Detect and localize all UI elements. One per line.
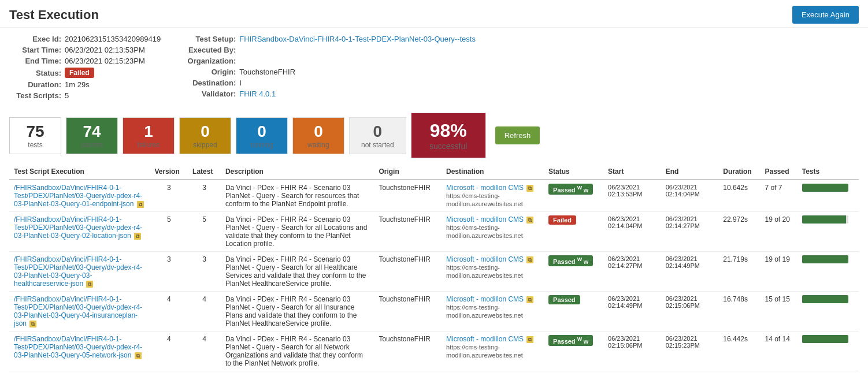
cell-origin: TouchstoneFHIR (374, 332, 442, 371)
test-scripts-label: Test Scripts: (9, 91, 61, 100)
table-body: /FHIRSandbox/DaVinci/FHIR4-0-1-Test/PDEX… (9, 180, 859, 371)
running-label: running (250, 141, 273, 149)
cell-passed: 19 of 20 (761, 212, 797, 252)
status-badge: Passed (548, 295, 580, 304)
origin-value: TouchstoneFHIR (239, 68, 295, 76)
script-link[interactable]: /FHIRSandbox/DaVinci/FHIR4-0-1-Test/PDEX… (14, 255, 142, 288)
script-link[interactable]: /FHIRSandbox/DaVinci/FHIR4-0-1-Test/PDEX… (14, 335, 142, 359)
destination-link[interactable]: Microsoft - modillon CMS (446, 255, 524, 263)
end-time-row: End Time: 06/23/2021 02:15:23PM (9, 57, 161, 65)
progress-fill (802, 335, 848, 343)
origin-row: Origin: TouchstoneFHIR (184, 68, 476, 76)
cell-version: 4 (150, 332, 188, 371)
table-row: /FHIRSandbox/DaVinci/FHIR4-0-1-Test/PDEX… (9, 292, 859, 332)
cell-duration: 21.719s (718, 252, 760, 292)
dest-copy-icon[interactable]: ⧉ (526, 185, 533, 192)
start-time-value: 06/23/2021 02:13:53PM (65, 46, 145, 54)
validator-label: Validator: (184, 90, 236, 98)
cell-latest: 3 (188, 252, 221, 292)
cell-start: 06/23/202102:13:53PM (603, 180, 661, 212)
running-number: 0 (257, 122, 266, 141)
col-header-tests: Tests (797, 164, 859, 180)
exec-id-row: Exec Id: 20210623151353420989419 (9, 35, 161, 43)
exec-id-label: Exec Id: (9, 35, 61, 43)
test-setup-link[interactable]: FHIRSandbox-DaVinci-FHIR4-0-1-Test-PDEX-… (239, 35, 476, 43)
cell-passed: 7 of 7 (761, 180, 797, 212)
destination-label: Destination: (184, 79, 236, 87)
end-time-value: 06/23/2021 02:15:23PM (65, 57, 145, 65)
cell-start: 06/23/202102:14:04PM (603, 212, 661, 252)
cell-latest: 4 (188, 332, 221, 371)
progress-fill (802, 295, 848, 303)
running-box: 0 running (236, 117, 288, 154)
exec-id-value: 20210623151353420989419 (65, 35, 161, 43)
cell-duration: 22.972s (718, 212, 760, 252)
status-label: Status: (9, 69, 61, 77)
cell-tests-progress (797, 180, 859, 212)
script-link[interactable]: /FHIRSandbox/DaVinci/FHIR4-0-1-Test/PDEX… (14, 184, 142, 208)
copy-icon[interactable]: ⧉ (135, 352, 142, 359)
destination-link[interactable]: Microsoft - modillon CMS (446, 335, 524, 343)
cell-latest: 3 (188, 180, 221, 212)
execute-again-button[interactable]: Execute Again (792, 6, 859, 24)
cell-status: Passed W (544, 332, 603, 371)
table-row: /FHIRSandbox/DaVinci/FHIR4-0-1-Test/PDEX… (9, 212, 859, 252)
table-header: Test Script Execution Version Latest Des… (9, 164, 859, 180)
col-header-status: Status (544, 164, 603, 180)
destination-link[interactable]: Microsoft - modillon CMS (446, 295, 524, 303)
status-row: Status: Failed (9, 68, 161, 78)
dest-copy-icon[interactable]: ⧉ (526, 217, 533, 224)
col-header-passed: Passed (761, 164, 797, 180)
cell-description: Da Vinci - PDex - FHIR R4 - Scenario 03 … (221, 180, 374, 212)
cell-status: Failed (544, 212, 603, 252)
dest-copy-icon[interactable]: ⧉ (526, 256, 533, 263)
cell-description: Da Vinci - PDex - FHIR R4 - Scenario 03 … (221, 252, 374, 292)
table-section: Test Script Execution Version Latest Des… (0, 164, 868, 371)
col-header-origin: Origin (374, 164, 442, 180)
copy-icon[interactable]: ⧉ (134, 233, 141, 240)
passes-box: 74 passes (66, 117, 118, 154)
cell-end: 06/23/202102:14:04PM (661, 180, 719, 212)
cell-destination: Microsoft - modillon CMS ⧉ https://cms-t… (442, 252, 544, 292)
validator-row: Validator: FHIR 4.0.1 (184, 90, 476, 98)
cell-description: Da Vinci - PDex - FHIR R4 - Scenario 03 … (221, 332, 374, 371)
script-link[interactable]: /FHIRSandbox/DaVinci/FHIR4-0-1-Test/PDEX… (14, 215, 142, 240)
page-header: Test Execution Execute Again (0, 0, 868, 28)
duration-value: 1m 29s (65, 80, 90, 89)
dest-copy-icon[interactable]: ⧉ (526, 296, 533, 303)
waiting-label: waiting (307, 141, 329, 149)
destination-link[interactable]: Microsoft - modillon CMS (446, 215, 524, 224)
destination-link[interactable]: Microsoft - modillon CMS (446, 184, 524, 192)
destination-row: Destination: I (184, 79, 476, 87)
col-header-end: End (661, 164, 719, 180)
progress-fill (802, 184, 848, 192)
cell-origin: TouchstoneFHIR (374, 252, 442, 292)
duration-label: Duration: (9, 80, 61, 89)
progress-bar (802, 184, 848, 192)
copy-icon[interactable]: ⧉ (137, 201, 144, 208)
start-time-row: Start Time: 06/23/2021 02:13:53PM (9, 46, 161, 54)
cell-start: 06/23/202102:14:27PM (603, 252, 661, 292)
progress-fill (802, 255, 848, 263)
progress-bar (802, 295, 848, 303)
refresh-button[interactable]: Refresh (495, 126, 540, 144)
dest-copy-icon[interactable]: ⧉ (526, 336, 533, 343)
test-scripts-row: Test Scripts: 5 (9, 91, 161, 100)
col-header-start: Start (603, 164, 661, 180)
meta-left: Exec Id: 20210623151353420989419 Start T… (9, 35, 161, 100)
copy-icon[interactable]: ⧉ (29, 321, 36, 327)
cell-destination: Microsoft - modillon CMS ⧉ https://cms-t… (442, 292, 544, 332)
validator-link[interactable]: FHIR 4.0.1 (239, 90, 276, 98)
skipped-box: 0 skipped (179, 117, 231, 154)
cell-status: Passed W (544, 180, 603, 212)
copy-icon[interactable]: ⧉ (86, 281, 93, 288)
success-pct-label: successful (429, 141, 467, 151)
test-setup-row: Test Setup: FHIRSandbox-DaVinci-FHIR4-0-… (184, 35, 476, 43)
col-header-latest: Latest (188, 164, 221, 180)
results-table: Test Script Execution Version Latest Des… (9, 164, 859, 371)
page-title: Test Execution (9, 8, 99, 23)
col-header-description: Description (221, 164, 374, 180)
table-row: /FHIRSandbox/DaVinci/FHIR4-0-1-Test/PDEX… (9, 252, 859, 292)
status-badge: Passed W (548, 335, 593, 346)
cell-duration: 16.748s (718, 292, 760, 332)
